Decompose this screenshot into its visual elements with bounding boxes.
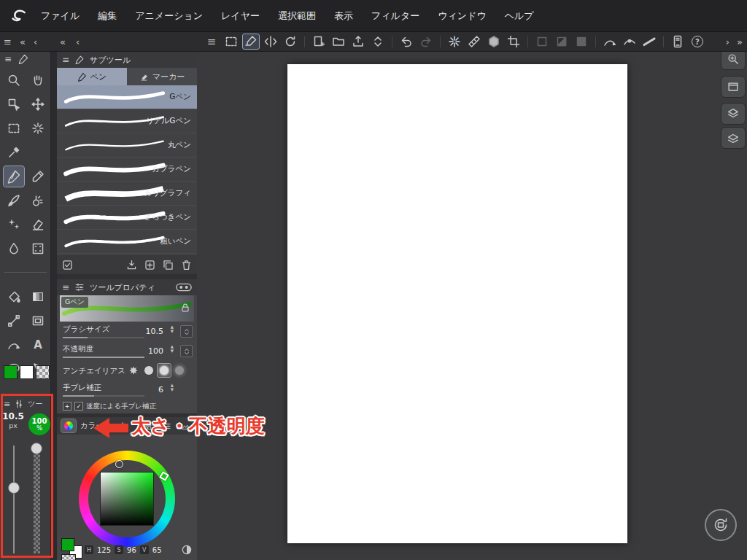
stabilization-track[interactable] [63, 395, 144, 397]
tool-tone[interactable] [28, 238, 48, 259]
main-color-swatch[interactable] [4, 365, 18, 379]
saturation-value-square[interactable] [100, 472, 154, 526]
opacity-slider-knob[interactable] [31, 443, 42, 454]
new-canvas-button[interactable] [310, 34, 328, 50]
vector-pinch-button[interactable] [621, 34, 638, 50]
layer-list-button[interactable] [721, 127, 746, 149]
panel-collapse-double-icon[interactable]: « [60, 37, 66, 47]
tool-hand[interactable] [28, 70, 48, 90]
tool-brush[interactable] [4, 190, 24, 211]
panel-menu-icon[interactable]: ≡ [4, 55, 12, 63]
undo-button[interactable] [398, 34, 415, 50]
snap-special-ruler-button[interactable] [485, 34, 503, 50]
sv-cursor[interactable] [115, 460, 123, 468]
subtool-menu-icon[interactable]: ≡ [62, 55, 69, 64]
lock-icon[interactable] [179, 302, 191, 314]
companion-mode-button[interactable] [669, 34, 686, 50]
opacity-track[interactable] [63, 357, 144, 358]
vector-width-button[interactable] [640, 34, 658, 50]
tool-move-layer[interactable] [28, 94, 48, 114]
color-mode-toggle-icon[interactable] [181, 544, 193, 556]
opacity-source-button[interactable] [180, 345, 193, 357]
expand-right-double-icon[interactable]: » [737, 37, 743, 47]
menu-help[interactable]: ヘルプ [505, 9, 534, 23]
antialias-middle-option[interactable] [158, 364, 171, 377]
brush-size-value[interactable]: 10.5 [146, 327, 164, 336]
antialias-strong-option[interactable] [173, 364, 186, 377]
brush-size-track[interactable] [63, 337, 144, 338]
tab-pen[interactable]: ペン [57, 68, 127, 85]
selection-pen-button[interactable] [242, 34, 260, 50]
open-file-button[interactable] [330, 34, 347, 50]
antialias-none-option[interactable] [127, 364, 140, 377]
layer-stack-button[interactable] [721, 103, 746, 125]
panel-options-icon[interactable] [176, 283, 192, 292]
brush-item-calligraphy[interactable]: カリグラフィ [57, 182, 197, 206]
rotate-view-button[interactable] [282, 34, 299, 50]
canvas-page[interactable] [287, 64, 627, 543]
menu-layer[interactable]: レイヤー [221, 9, 260, 23]
brush-item-real-g-pen[interactable]: リアルGペン [57, 109, 197, 133]
stabilization-stepper[interactable]: ▲▼ [171, 384, 174, 392]
brush-item-g-pen[interactable]: Gペン [57, 85, 197, 109]
export-button[interactable] [349, 34, 367, 50]
expand-right-icon[interactable]: › [726, 37, 729, 47]
deselect-button[interactable] [533, 34, 551, 50]
snap-off-button[interactable] [446, 34, 463, 50]
snap-ruler-button[interactable] [465, 34, 483, 50]
delete-subtool-icon[interactable] [180, 259, 193, 271]
redo-button[interactable] [417, 34, 435, 50]
tool-object[interactable] [4, 94, 24, 114]
brush-item-rough-texture-pen[interactable]: ざらつきペン [57, 206, 197, 230]
tool-fill[interactable] [4, 287, 24, 307]
menu-filter[interactable]: フィルター [371, 9, 419, 23]
tool-zoom[interactable] [4, 70, 24, 90]
brush-size-source-button[interactable] [180, 325, 193, 338]
brush-size-stepper[interactable]: ▲▼ [171, 325, 174, 333]
menu-selection[interactable]: 選択範囲 [278, 9, 316, 23]
add-subtool-icon[interactable] [144, 259, 156, 271]
collapse-left-icon[interactable]: ‹ [34, 37, 37, 47]
sub-color-swatch[interactable] [20, 365, 34, 379]
menu-window[interactable]: ウィンドウ [438, 9, 487, 23]
transparent-color-chip[interactable] [61, 554, 76, 560]
add-to-property-button[interactable]: + [63, 402, 71, 411]
tool-panel-menu-icon[interactable]: ≡ [4, 37, 12, 47]
tool-airbrush[interactable] [28, 190, 48, 211]
antialias-weak-option[interactable] [142, 364, 155, 377]
workspace-menu-button[interactable]: ≡ [203, 34, 220, 50]
tool-property-menu-icon[interactable]: ≡ [62, 283, 69, 292]
brush-item-coarse-pen[interactable]: 粗いペン [57, 230, 197, 254]
tool-eraser[interactable] [28, 214, 48, 235]
tool-frame-border[interactable] [28, 311, 48, 331]
help-button[interactable]: ? [689, 34, 706, 50]
crop-button[interactable] [505, 34, 522, 50]
tool-marquee[interactable] [4, 118, 24, 139]
invert-selection-button[interactable] [553, 34, 570, 50]
opacity-slider[interactable] [34, 444, 40, 553]
vector-snap-button[interactable] [601, 34, 619, 50]
flip-view-button[interactable] [262, 34, 279, 50]
tool-figure[interactable] [4, 311, 24, 331]
tab-marker[interactable]: マーカー [127, 68, 197, 85]
reset-rotation-button[interactable] [705, 509, 737, 541]
brush-size-slider[interactable] [13, 446, 15, 553]
window-panel-button[interactable] [721, 76, 746, 98]
brush-item-maru-pen[interactable]: 丸ペン [57, 133, 197, 158]
hue-ring[interactable] [79, 451, 175, 547]
menu-animation[interactable]: アニメーション [135, 9, 203, 23]
tool-pen[interactable] [4, 166, 24, 187]
brush-item-kabura-pen[interactable]: カブラペン [57, 158, 197, 182]
duplicate-subtool-icon[interactable] [162, 259, 174, 271]
menu-view[interactable]: 表示 [334, 9, 353, 23]
brush-size-slider-knob[interactable] [8, 482, 20, 494]
tool-auto-select[interactable] [28, 118, 48, 139]
menu-file[interactable]: ファイル [41, 9, 80, 23]
transparent-color-swatch[interactable] [36, 365, 50, 379]
main-color-chip[interactable] [61, 538, 74, 551]
color-wheel-tab[interactable] [61, 419, 76, 432]
tool-gradient[interactable] [28, 287, 48, 307]
clip-studio-logo[interactable] [7, 5, 29, 27]
panel-collapse-icon[interactable]: ‹ [76, 37, 80, 47]
speed-stabilization-checkbox[interactable]: ✓ [74, 402, 83, 411]
